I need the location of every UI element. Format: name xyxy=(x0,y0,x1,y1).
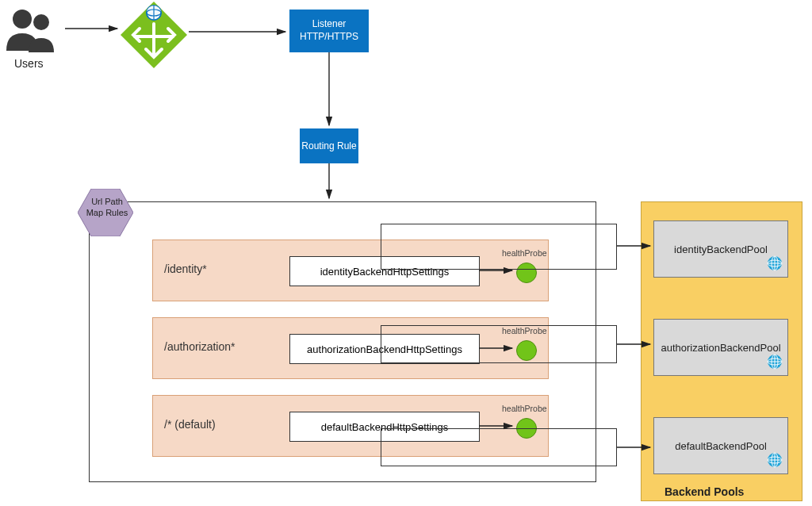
backend-pool-identity: identityBackendPool xyxy=(653,220,788,278)
rule-path-authorization: /authorization* xyxy=(164,340,236,353)
svg-point-0 xyxy=(13,10,32,29)
listener-line2: HTTP/HTTPS xyxy=(300,31,358,44)
listener-line1: Listener xyxy=(312,18,347,31)
backend-pool-authorization-label: authorizationBackendPool xyxy=(661,342,780,354)
backend-pool-authorization: authorizationBackendPool xyxy=(653,319,788,376)
rule-path-identity: /identity* xyxy=(164,263,207,275)
globe-icon xyxy=(767,354,783,372)
users-label: Users xyxy=(14,57,44,70)
routing-rule-box: Routing Rule xyxy=(300,128,358,163)
routing-rule-label: Routing Rule xyxy=(301,140,356,151)
backend-pool-identity-label: identityBackendPool xyxy=(674,243,768,255)
backend-pool-default-label: defaultBackendPool xyxy=(675,440,767,452)
rule-path-default: /* (default) xyxy=(164,418,216,431)
globe-icon xyxy=(767,255,783,274)
connector-box-3 xyxy=(381,428,617,466)
connector-box-1 xyxy=(381,224,617,270)
gateway-icon xyxy=(119,0,189,70)
svg-point-1 xyxy=(33,14,49,30)
connector-box-2 xyxy=(381,325,617,363)
globe-icon xyxy=(767,452,783,470)
url-path-map-label: Url Path Map Rules xyxy=(86,197,128,219)
backend-pools-title: Backend Pools xyxy=(665,485,744,498)
users-icon xyxy=(2,6,65,54)
listener-box: Listener HTTP/HTTPS xyxy=(289,10,369,52)
probe-label-default: healthProbe xyxy=(502,404,547,413)
backend-pool-default: defaultBackendPool xyxy=(653,417,788,474)
